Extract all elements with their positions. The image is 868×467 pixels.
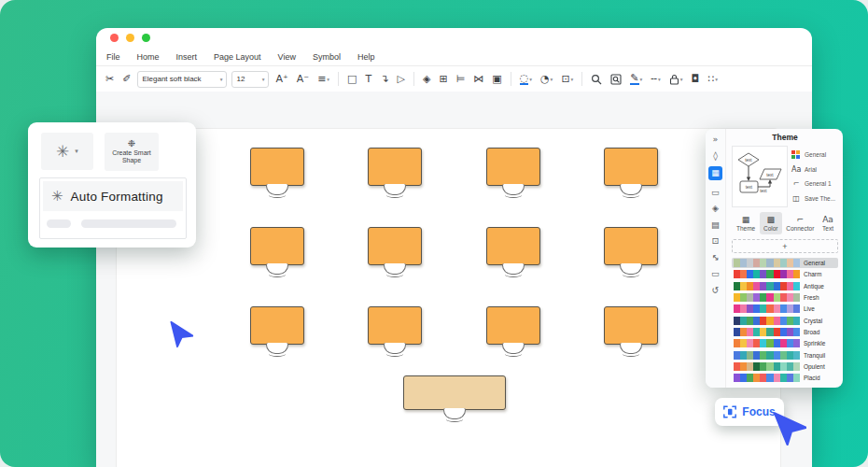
theme-settings-list: GeneralAaArial⌐General 1◫Save The... xyxy=(791,146,838,207)
color-scheme-tranquil[interactable]: Tranquil xyxy=(732,349,838,360)
font-size-select[interactable]: 12▾ xyxy=(231,71,269,88)
smart-shape-popup: ✳ ▾ ❉ Create SmartShape ✳ Auto Formattin… xyxy=(28,122,196,248)
fit-screen-icon[interactable]: ↔ xyxy=(709,250,721,262)
zoom-window-button[interactable] xyxy=(142,34,150,42)
student-desk-r1c4[interactable] xyxy=(604,148,658,186)
collapse-panel-icon[interactable]: » xyxy=(713,134,719,144)
theme-panel-main: Theme text text text text xyxy=(726,129,843,388)
theme-setting-save-the-[interactable]: ◫Save The... xyxy=(791,194,838,203)
crop-icon[interactable]: ⊡▾ xyxy=(559,72,575,86)
student-desk-r2c4[interactable] xyxy=(604,227,658,265)
color-scheme-live[interactable]: Live xyxy=(732,304,838,314)
student-desk-r1c3[interactable] xyxy=(486,148,540,186)
shadow-icon[interactable]: ◔▾ xyxy=(539,72,554,86)
color-scheme-fresh[interactable]: Fresh xyxy=(732,292,838,303)
tab-color[interactable]: ▩Color xyxy=(760,212,782,234)
search-icon[interactable] xyxy=(589,73,604,86)
theme-icon[interactable]: ▦ xyxy=(708,166,722,180)
bring-to-front-icon[interactable]: ▣ xyxy=(490,72,503,86)
decrease-font-icon[interactable]: A⁻ xyxy=(295,72,311,86)
smart-shape-icon: ❉ xyxy=(128,139,135,149)
tab-connector[interactable]: ⌐Connector xyxy=(782,212,818,234)
tab-theme[interactable]: ▦Theme xyxy=(733,212,759,234)
student-desk-r3c3[interactable] xyxy=(486,306,540,345)
flip-shape-icon[interactable]: ⋈ xyxy=(471,72,485,86)
teacher-desk[interactable] xyxy=(403,375,506,410)
pointer-tool-icon[interactable]: ▷ xyxy=(395,72,406,86)
find-replace-icon-glyph xyxy=(610,74,622,85)
chevron-down-icon: ▾ xyxy=(680,75,683,85)
color-scheme-antique[interactable]: Antique xyxy=(732,281,838,291)
student-desk-r2c1[interactable] xyxy=(250,227,304,265)
color-swatches xyxy=(734,293,800,302)
pages-icon[interactable]: ⊡ xyxy=(712,235,720,246)
auto-formatting-label: Auto Formatting xyxy=(71,190,163,204)
group-icon[interactable]: ⊞ xyxy=(437,72,449,86)
lock-icon[interactable]: ▾ xyxy=(667,73,685,86)
connection-points-icon[interactable]: ∷▾ xyxy=(706,72,720,86)
color-scheme-general[interactable]: General xyxy=(732,258,838,268)
background-icon[interactable]: ▭ xyxy=(711,187,720,197)
menu-item-file[interactable]: File xyxy=(106,52,120,62)
add-color-scheme-button[interactable]: + xyxy=(732,239,838,253)
menu-item-symbol[interactable]: Symbol xyxy=(313,52,341,62)
menu-item-insert[interactable]: Insert xyxy=(176,52,198,62)
menu-item-view[interactable]: View xyxy=(278,52,296,62)
student-desk-r1c2[interactable] xyxy=(368,148,422,186)
color-scheme-label: Sprinkle xyxy=(804,340,825,347)
text-tool-icon[interactable]: T xyxy=(364,72,374,86)
chevron-down-icon: ▾ xyxy=(640,75,643,85)
text-tool-icon-glyph: T xyxy=(366,73,372,85)
theme-preview[interactable]: text text text text xyxy=(732,146,788,207)
minimize-window-button[interactable] xyxy=(126,34,134,42)
focus-button-label: Focus xyxy=(742,405,775,418)
align-objects-icon[interactable]: ⊨ xyxy=(455,72,468,86)
frame-icon[interactable]: ◘ xyxy=(690,72,702,86)
menu-item-help[interactable]: Help xyxy=(357,52,375,62)
student-desk-r3c4[interactable] xyxy=(604,306,658,345)
menu-item-home[interactable]: Home xyxy=(137,52,160,62)
format-painter-icon[interactable]: ✐ xyxy=(120,72,133,86)
text-align-icon[interactable]: ≡▾ xyxy=(315,72,331,86)
color-scheme-charm[interactable]: Charm xyxy=(732,269,838,279)
color-scheme-placid[interactable]: Placid xyxy=(732,373,838,383)
font-family-select[interactable]: Elegant soft black▾ xyxy=(137,71,227,88)
focus-button[interactable]: Focus xyxy=(715,398,784,426)
close-window-button[interactable] xyxy=(110,34,119,42)
fill-color-icon[interactable]: ◌▾ xyxy=(518,72,534,86)
theme-setting-arial[interactable]: AaArial xyxy=(791,165,838,174)
notes-icon[interactable]: ▤ xyxy=(711,219,720,230)
lock-icon-glyph xyxy=(669,74,679,85)
history-icon[interactable]: ↺ xyxy=(712,285,720,295)
find-replace-icon[interactable] xyxy=(609,73,623,86)
color-scheme-sprinkle[interactable]: Sprinkle xyxy=(732,338,838,348)
color-swatches xyxy=(734,339,800,347)
tab-text[interactable]: AaText xyxy=(819,212,837,234)
pen-color-icon[interactable]: ✎▾ xyxy=(628,72,644,86)
layers-icon[interactable]: ◈ xyxy=(421,72,432,86)
chair-icon xyxy=(266,343,288,354)
line-style-icon[interactable]: ╌▾ xyxy=(649,72,662,86)
fill-style-icon[interactable]: ◊ xyxy=(713,150,718,161)
auto-formatting-option[interactable]: ✳ Auto Formatting xyxy=(43,181,183,211)
student-desk-r3c2[interactable] xyxy=(368,306,422,345)
student-desk-r2c2[interactable] xyxy=(368,227,422,265)
shape-tool-icon[interactable]: □ xyxy=(345,72,358,86)
color-scheme-crystal[interactable]: Crystal xyxy=(732,315,838,325)
create-smart-shape-button[interactable]: ❉ Create SmartShape xyxy=(105,133,159,171)
color-scheme-opulent[interactable]: Opulent xyxy=(732,361,838,372)
theme-setting-general-1[interactable]: ⌐General 1 xyxy=(791,179,838,188)
increase-font-icon[interactable]: A⁺ xyxy=(273,72,289,86)
student-desk-r2c3[interactable] xyxy=(486,227,540,265)
shapes-icon[interactable]: ◈ xyxy=(712,203,719,213)
menu-item-page-layout[interactable]: Page Layout xyxy=(214,52,261,62)
student-desk-r1c1[interactable] xyxy=(250,148,304,186)
cut-icon[interactable]: ✂ xyxy=(104,72,116,86)
presentation-icon[interactable]: ▭ xyxy=(711,268,720,278)
color-scheme-broad[interactable]: Broad xyxy=(732,327,838,337)
connector-tool-icon[interactable]: ↴ xyxy=(378,72,390,86)
theme-setting-general[interactable]: General xyxy=(791,150,838,159)
auto-format-dropdown-button[interactable]: ✳ ▾ xyxy=(41,133,93,170)
student-desk-r3c1[interactable] xyxy=(250,306,304,345)
theme-tabs: ▦Theme▩Color⌐ConnectorAaText xyxy=(732,212,838,234)
